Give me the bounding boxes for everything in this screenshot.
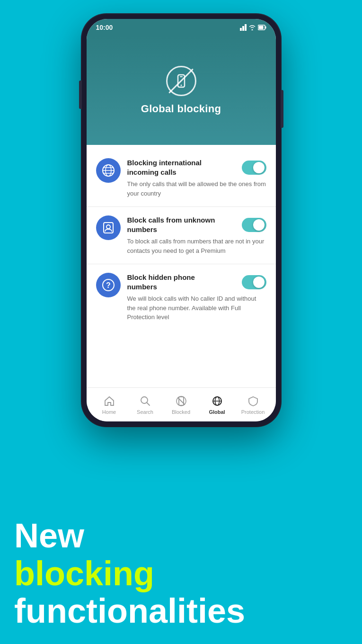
setting-item-international[interactable]: Blocking international incoming calls Th… — [87, 150, 276, 207]
nav-item-home[interactable]: Home — [91, 395, 127, 415]
nav-item-search[interactable]: Search — [127, 395, 163, 415]
svg-rect-5 — [258, 26, 263, 29]
status-bar: 10:00 — [87, 19, 276, 36]
setting-content-unknown: Block calls from unknown numbers To bloc… — [127, 215, 266, 255]
wifi-icon — [248, 24, 256, 31]
phone-svg — [174, 74, 188, 88]
signal-icon — [240, 24, 247, 31]
nav-item-protection[interactable]: Protection — [235, 395, 271, 415]
globe-svg — [102, 164, 115, 177]
global-svg — [212, 396, 222, 406]
setting-desc-international: The only calls that will be allowed be t… — [127, 179, 266, 198]
search-svg — [140, 396, 150, 406]
nav-label-global: Global — [209, 409, 225, 415]
svg-marker-1 — [242, 26, 244, 31]
nav-item-global[interactable]: Global — [199, 395, 235, 415]
bottom-text-line1: New — [14, 517, 362, 555]
svg-text:?: ? — [106, 281, 111, 289]
protection-svg — [248, 396, 258, 406]
setting-title-international: Blocking international incoming calls — [127, 158, 222, 177]
blocked-svg — [176, 396, 186, 406]
setting-desc-unknown: To block all calls from numbers that are… — [127, 237, 266, 255]
protection-icon — [247, 395, 259, 407]
svg-point-15 — [106, 225, 110, 229]
setting-desc-hidden: We will block calls with No caller ID an… — [127, 294, 266, 322]
setting-title-unknown: Block calls from unknown numbers — [127, 215, 222, 234]
setting-content-hidden: Block hidden phone numbers We will block… — [127, 273, 266, 322]
contact-icon — [96, 215, 121, 240]
svg-line-19 — [147, 402, 150, 405]
setting-item-unknown[interactable]: Block calls from unknown numbers To bloc… — [87, 207, 276, 264]
svg-marker-2 — [245, 24, 247, 31]
svg-point-8 — [180, 85, 182, 86]
home-svg — [104, 396, 115, 406]
toggle-hidden[interactable] — [242, 275, 266, 289]
toggle-international[interactable] — [242, 161, 266, 175]
setting-content-international: Blocking international incoming calls Th… — [127, 158, 266, 198]
setting-title-hidden: Block hidden phone numbers — [127, 273, 222, 291]
settings-list: Blocking international incoming calls Th… — [87, 145, 276, 387]
global-icon — [211, 395, 223, 407]
time: 10:00 — [96, 24, 113, 31]
svg-marker-0 — [240, 28, 242, 31]
phone-mockup: 10:00 — [82, 14, 281, 426]
unknown-caller-icon: ? — [96, 273, 121, 297]
blocked-icon — [175, 395, 187, 407]
nav-label-search: Search — [137, 409, 153, 415]
bottom-text-section: New blocking functionalities — [14, 517, 362, 630]
header-title: Global blocking — [141, 103, 221, 115]
app-header: Global blocking — [87, 36, 276, 145]
blocked-phone-icon — [166, 66, 196, 96]
setting-item-hidden[interactable]: ? Block hidden phone numbers We will blo… — [87, 264, 276, 331]
toggle-unknown[interactable] — [242, 218, 266, 232]
nav-label-home: Home — [102, 409, 116, 415]
status-icons — [240, 24, 266, 31]
bottom-text-line2: blocking — [14, 555, 362, 592]
globe-icon — [96, 158, 121, 183]
nav-item-blocked[interactable]: Blocked — [163, 395, 199, 415]
unknown-svg: ? — [102, 278, 115, 292]
home-icon — [103, 395, 115, 407]
battery-icon — [258, 25, 266, 30]
bottom-nav: Home Search — [87, 387, 276, 421]
contact-svg — [102, 221, 115, 234]
nav-label-blocked: Blocked — [172, 409, 190, 415]
svg-rect-4 — [265, 27, 266, 29]
search-icon — [139, 395, 151, 407]
bottom-text-line3: functionalities — [14, 592, 362, 630]
nav-label-protection: Protection — [241, 409, 265, 415]
